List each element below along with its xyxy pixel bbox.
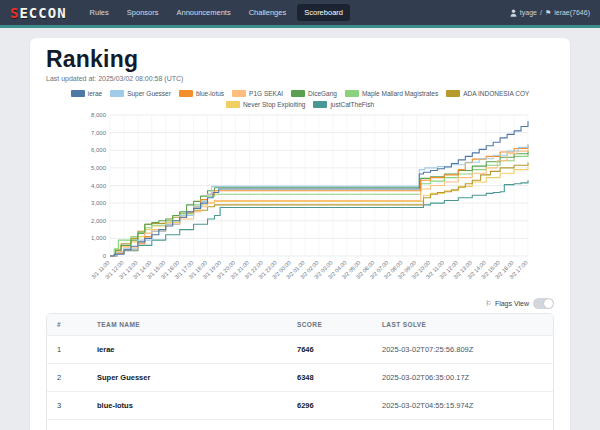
flags-view-label: ⚐ Flags View [486, 300, 529, 307]
cell-team: blue-lotus [87, 392, 287, 420]
cell-team: ierae [87, 336, 287, 364]
column-header: # [47, 314, 87, 336]
column-header: SCORE [287, 314, 372, 336]
last-updated-text: Last updated at: 2025/03/02 08:00:58 (UT… [46, 75, 554, 82]
legend-swatch [226, 101, 240, 108]
y-tick-label: 1,000 [91, 235, 107, 241]
seccon-logo[interactable]: SECCON [10, 6, 67, 20]
flag-outline-icon: ⚐ [486, 300, 492, 307]
ranking-table: #TEAM NAMESCORELAST SOLVE 1ierae76462025… [47, 314, 553, 430]
legend-swatch [110, 90, 124, 97]
table-row[interactable]: 3blue-lotus62962025-03-02T04:55:15.974Z [47, 392, 553, 420]
nav-item-sponsors[interactable]: Sponsors [120, 4, 166, 21]
page-title: Ranking [46, 46, 554, 73]
y-tick-label: 5,000 [91, 165, 107, 171]
nav-menu: RulesSponsorsAnnouncementsChallengesScor… [83, 4, 350, 21]
nav-item-rules[interactable]: Rules [83, 4, 116, 21]
content-card: Ranking Last updated at: 2025/03/02 08:0… [30, 38, 570, 430]
legend-swatch [345, 90, 359, 97]
team-flag-icon: ⚑ [545, 9, 551, 16]
y-tick-label: 2,000 [91, 218, 107, 224]
legend-swatch [446, 90, 460, 97]
legend-swatch [71, 90, 85, 97]
nav-user-team: ierae(7646) [554, 9, 590, 16]
legend-swatch [232, 90, 246, 97]
nav-item-challenges[interactable]: Challenges [242, 4, 294, 21]
column-header: LAST SOLVE [372, 314, 553, 336]
cell-rank: 4 [47, 420, 87, 430]
legend-item[interactable]: Maple Mallard Magistrates [345, 90, 438, 97]
cell-solve: 2025-03-02T04:55:15.974Z [372, 392, 553, 420]
y-tick-label: 8,000 [91, 112, 107, 118]
user-icon [510, 9, 517, 17]
flags-view-toggle[interactable] [533, 298, 554, 309]
cell-score: 7646 [287, 336, 372, 364]
nav-item-announcements[interactable]: Announcements [169, 4, 237, 21]
cell-rank: 2 [47, 364, 87, 392]
nav-user[interactable]: tyage / ⚑ ierae(7646) [510, 9, 590, 17]
table-body: 1ierae76462025-03-02T07:25:56.809Z2Super… [47, 336, 553, 430]
table-row[interactable]: 2Super Guesser63482025-03-02T06:35:00.17… [47, 364, 553, 392]
legend-label: P1G SEKAI [249, 90, 283, 97]
nav-item-scoreboard[interactable]: Scoreboard [297, 4, 350, 21]
cell-score: 6046 [287, 420, 372, 430]
table-row[interactable]: 4P1G SEKAI60462025-03-02T07:42:58.308Z [47, 420, 553, 430]
cell-solve: 2025-03-02T06:35:00.17Z [372, 364, 553, 392]
nav-user-name: tyage [520, 9, 537, 16]
cell-team: P1G SEKAI [87, 420, 287, 430]
legend-item[interactable]: Super Guesser [110, 90, 171, 97]
chart-legend: ieraeSuper Guesserblue-lotusP1G SEKAIDic… [46, 90, 554, 108]
cell-score: 6296 [287, 392, 372, 420]
y-tick-label: 7,000 [91, 130, 107, 136]
y-tick-label: 0 [103, 253, 107, 259]
legend-label: Maple Mallard Magistrates [362, 90, 438, 97]
legend-label: ADA INDONESIA COY [463, 90, 529, 97]
cell-team: Super Guesser [87, 364, 287, 392]
legend-label: DiceGang [308, 90, 337, 97]
y-tick-label: 3,000 [91, 200, 107, 206]
main-area: Ranking Last updated at: 2025/03/02 08:0… [0, 28, 600, 430]
nav-user-divider: / [540, 9, 542, 16]
flags-view-row: ⚐ Flags View [46, 298, 554, 309]
legend-label: blue-lotus [196, 90, 224, 97]
cell-solve: 2025-03-02T07:42:58.308Z [372, 420, 553, 430]
cell-solve: 2025-03-02T07:25:56.809Z [372, 336, 553, 364]
score-chart-svg: 3/1 11:003/1 12:003/1 13:003/1 14:003/1 … [46, 110, 554, 296]
legend-item[interactable]: blue-lotus [179, 90, 224, 97]
table-row[interactable]: 1ierae76462025-03-02T07:25:56.809Z [47, 336, 553, 364]
legend-label: justCatTheFish [330, 101, 374, 108]
y-tick-label: 6,000 [91, 147, 107, 153]
legend-item[interactable]: justCatTheFish [313, 101, 374, 108]
legend-item[interactable]: P1G SEKAI [232, 90, 283, 97]
legend-label: ierae [88, 90, 102, 97]
legend-swatch [313, 101, 327, 108]
cell-rank: 3 [47, 392, 87, 420]
table-header-row: #TEAM NAMESCORELAST SOLVE [47, 314, 553, 336]
cell-rank: 1 [47, 336, 87, 364]
column-header: TEAM NAME [87, 314, 287, 336]
legend-item[interactable]: ADA INDONESIA COY [446, 90, 529, 97]
toggle-knob [544, 299, 553, 308]
score-chart: 3/1 11:003/1 12:003/1 13:003/1 14:003/1 … [46, 110, 554, 296]
legend-item[interactable]: DiceGang [291, 90, 337, 97]
y-tick-label: 4,000 [91, 183, 107, 189]
legend-label: Never Stop Exploiting [243, 101, 306, 108]
legend-label: Super Guesser [127, 90, 171, 97]
legend-swatch [291, 90, 305, 97]
logo-rest: ECCON [19, 5, 66, 21]
legend-item[interactable]: ierae [71, 90, 102, 97]
ranking-table-container: #TEAM NAMESCORELAST SOLVE 1ierae76462025… [46, 313, 554, 430]
cell-score: 6348 [287, 364, 372, 392]
legend-swatch [179, 90, 193, 97]
top-nav: SECCON RulesSponsorsAnnouncementsChallen… [0, 0, 600, 25]
legend-item[interactable]: Never Stop Exploiting [226, 101, 306, 108]
